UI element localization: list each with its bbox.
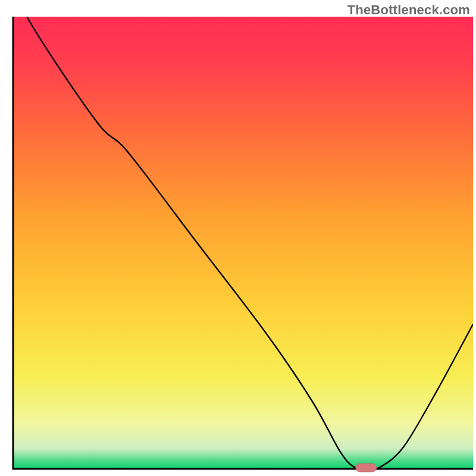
optimal-point-marker (356, 464, 377, 472)
gradient-background (13, 17, 473, 469)
bottleneck-chart (0, 0, 476, 476)
chart-container: TheBottleneck.com (0, 0, 476, 476)
